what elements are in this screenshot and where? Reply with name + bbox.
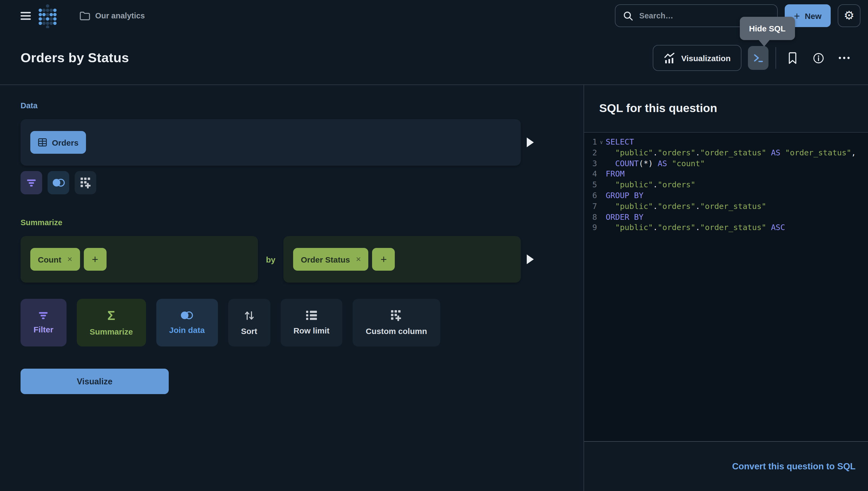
sql-panel-footer: Convert this question to SQL [584,441,868,491]
table-icon [38,138,47,147]
sql-sidebar: SQL for this question 1∨SELECT2 "public"… [584,85,868,491]
summarize-section-label: Summarize [21,218,584,227]
page-title[interactable]: Orders by Status [21,50,129,65]
aggregation-card[interactable]: Count × + [21,236,258,283]
plus-icon: + [794,10,800,21]
visualization-button[interactable]: Visualization [652,45,741,71]
topbar-right-group: + New ⚙ [615,4,861,27]
insights-chart-icon [663,53,675,63]
filter-action-label: Filter [34,324,53,334]
info-icon [812,52,824,64]
sort-action-button[interactable]: Sort [228,299,270,346]
ellipsis-icon [838,56,850,60]
sql-code-line: 3 COUNT(*) AS "count" [584,158,868,169]
tooltip-arrow [759,40,770,47]
add-join-step-button[interactable] [48,171,69,194]
summarize-action-button[interactable]: Σ Summarize [76,299,146,346]
row-limit-action-button[interactable]: Row limit [280,299,342,346]
filter-icon [27,179,36,186]
custom-column-action-button[interactable]: Custom column [353,299,440,346]
more-options-button[interactable] [834,48,854,68]
question-header-actions: Visualization [652,45,858,71]
row-limit-action-label: Row limit [293,326,329,335]
summarize-action-label: Summarize [90,327,133,336]
join-icon [180,311,194,320]
sql-code-block: 1∨SELECT2 "public"."orders"."order_statu… [584,132,868,441]
by-label: by [266,255,276,264]
aggregation-pill-label: Count [38,255,61,264]
add-custom-column-step-button[interactable] [74,171,96,194]
add-breakout-button[interactable]: + [372,248,395,271]
breadcrumb-label: Our analytics [95,11,145,20]
terminal-icon [752,52,764,64]
visualization-button-label: Visualization [681,53,731,62]
summarize-section-row: Count × + by Order Status × + [21,236,534,283]
sql-code-line: 1∨SELECT [584,137,868,148]
gear-icon: ⚙ [844,10,854,22]
breakout-pill[interactable]: Order Status × [293,248,369,271]
add-aggregation-button[interactable]: + [84,248,106,271]
convert-to-sql-link[interactable]: Convert this question to SQL [732,461,856,471]
question-header: Orders by Status Visualization [0,31,868,84]
question-body: Data Orders [0,84,868,491]
toggle-sql-button[interactable] [748,46,769,70]
sql-code-line: 8ORDER BY [584,212,868,223]
sidebar-toggle-button[interactable] [16,6,35,25]
custom-column-icon [80,177,91,189]
sigma-icon: Σ [107,309,115,321]
breakout-card[interactable]: Order Status × + [284,236,521,283]
bookmark-button[interactable] [782,48,802,68]
folder-icon [80,11,90,20]
remove-breakout-icon[interactable]: × [356,254,361,264]
sql-panel-title: SQL for this question [584,85,868,132]
hamburger-icon [20,12,31,20]
join-data-action-button[interactable]: Join data [156,299,218,346]
remove-aggregation-icon[interactable]: × [67,254,72,264]
sql-code-line: 5 "public"."orders" [584,180,868,191]
hide-sql-tooltip: Hide SQL [740,17,795,40]
add-filter-step-button[interactable] [21,171,42,194]
data-table-label: Orders [52,138,79,147]
custom-column-icon [391,310,402,321]
sql-code-line: 7 "public"."orders"."order_status" [584,201,868,212]
visualize-button[interactable]: Visualize [21,369,169,394]
preview-data-play-button[interactable] [527,138,534,147]
sql-code-line: 4FROM [584,169,868,180]
join-data-action-label: Join data [169,325,205,335]
breadcrumb[interactable]: Our analytics [80,11,145,20]
settings-button[interactable]: ⚙ [838,4,861,27]
metabase-logo-icon [38,3,57,28]
sql-code-lines: 1∨SELECT2 "public"."orders"."order_statu… [584,137,868,233]
notebook-editor: Data Orders [0,85,584,491]
filter-action-button[interactable]: Filter [21,299,66,346]
row-limit-icon [306,310,317,320]
sort-icon [243,310,255,321]
sql-code-line: 6GROUP BY [584,191,868,201]
step-actions-row: Filter Σ Summarize Join data [21,299,584,346]
data-section-row: Orders [21,119,534,166]
metabase-logo[interactable] [38,3,57,28]
data-table-chip[interactable]: Orders [30,131,86,154]
join-icon [52,178,65,187]
sql-code-line: 2 "public"."orders"."order_status" AS "o… [584,148,868,158]
sort-action-label: Sort [241,326,257,335]
plus-icon: + [380,253,387,265]
metabase-app: Our analytics + New ⚙ Orders by Status [0,0,868,491]
step-icon-row [21,171,584,194]
data-card[interactable]: Orders [21,119,521,166]
hide-sql-tooltip-label: Hide SQL [749,24,785,33]
new-button-label: New [805,11,822,20]
vertical-divider [776,47,776,69]
custom-column-action-label: Custom column [366,326,427,336]
aggregation-pill[interactable]: Count × [30,248,80,271]
plus-icon: + [92,253,98,265]
top-nav-bar: Our analytics + New ⚙ [0,0,868,31]
search-icon [623,10,633,21]
info-button[interactable] [808,48,828,68]
breakout-pill-label: Order Status [301,255,350,264]
filter-icon [39,312,49,319]
bookmark-icon [788,52,797,64]
data-section-label: Data [21,101,584,110]
sql-code-line: 9 "public"."orders"."order_status" ASC [584,223,868,234]
preview-summarize-play-button[interactable] [527,254,534,264]
